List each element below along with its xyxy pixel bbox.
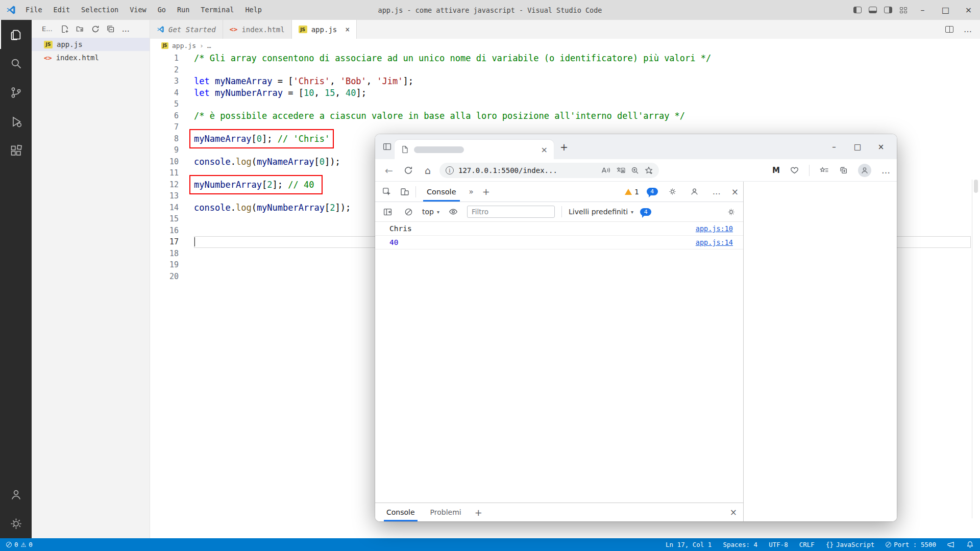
devtools-settings-gear-icon[interactable]	[666, 185, 680, 199]
browser-tab[interactable]: ×	[395, 140, 554, 159]
add-devtools-tab-icon[interactable]: +	[479, 186, 493, 197]
eol-sequence[interactable]: CRLF	[799, 541, 815, 548]
code-line-5[interactable]: 5	[150, 98, 980, 110]
tab-actions-icon[interactable]	[379, 139, 395, 155]
drawer-tab-problemi[interactable]: Problemi	[425, 503, 467, 521]
address-bar[interactable]: i 127.0.0.1:5500/index...	[439, 163, 659, 178]
profile-avatar[interactable]	[858, 164, 871, 177]
live-server-port[interactable]: Port : 5500	[886, 541, 936, 548]
console-source-link[interactable]: app.js:14	[696, 238, 733, 246]
extension-m-icon[interactable]: M	[772, 166, 780, 175]
toggle-sidebar-icon[interactable]	[850, 0, 865, 20]
tab-app-js[interactable]: JS app.js ×	[292, 20, 357, 39]
code-line-4[interactable]: 4let myNumberArray = [10, 15, 40];	[150, 87, 980, 99]
menu-run[interactable]: Run	[172, 0, 195, 20]
activity-extensions-icon[interactable]	[0, 136, 32, 165]
tab-close-icon[interactable]: ×	[345, 25, 350, 34]
back-icon[interactable]: ←	[381, 163, 397, 178]
console-settings-gear-icon[interactable]	[724, 205, 738, 219]
settings-gear-icon[interactable]	[0, 509, 32, 538]
translate-icon[interactable]	[616, 166, 625, 174]
editor-more-icon[interactable]: …	[964, 24, 972, 34]
new-tab-button[interactable]: +	[560, 141, 568, 153]
feedback-person-icon[interactable]	[688, 185, 702, 199]
home-icon[interactable]: ⌂	[420, 163, 435, 178]
code-line-6[interactable]: 6/* è possibile accedere a ciascun valor…	[150, 110, 980, 122]
favorites-icon[interactable]	[820, 166, 829, 174]
console-sidebar-icon[interactable]	[380, 205, 395, 219]
indentation[interactable]: Spaces: 4	[723, 541, 757, 548]
browser-essentials-icon[interactable]	[790, 166, 799, 174]
zoom-icon[interactable]	[631, 166, 639, 174]
notifications-bell-icon[interactable]	[966, 541, 974, 548]
site-info-icon[interactable]: i	[446, 166, 454, 174]
problems-indicator[interactable]: 0 ⚠ 0	[6, 541, 33, 548]
code-line-1[interactable]: 1/* Gli array consentono di associare ad…	[150, 53, 980, 64]
close-button[interactable]: ×	[957, 0, 980, 20]
maximize-button[interactable]: □	[846, 134, 869, 159]
toggle-secondary-sidebar-icon[interactable]	[880, 0, 896, 20]
minimize-button[interactable]: –	[822, 134, 846, 159]
breadcrumb-symbol[interactable]: …	[207, 42, 211, 49]
new-file-icon[interactable]	[61, 25, 69, 33]
accounts-icon[interactable]	[0, 480, 32, 509]
menu-edit[interactable]: Edit	[48, 0, 76, 20]
devtools-tab-console[interactable]: Console	[420, 182, 463, 202]
more-tabs-icon[interactable]: »	[467, 187, 476, 196]
tab-close-icon[interactable]: ×	[541, 145, 548, 155]
activity-run-debug-icon[interactable]	[0, 107, 32, 136]
console-filter-input[interactable]	[467, 206, 555, 218]
devtools-close-icon[interactable]: ×	[731, 187, 739, 197]
customize-layout-icon[interactable]	[896, 0, 911, 20]
refresh-icon[interactable]	[401, 163, 416, 178]
refresh-explorer-icon[interactable]	[91, 25, 100, 33]
menu-help[interactable]: Help	[239, 0, 267, 20]
split-editor-icon[interactable]	[945, 26, 953, 33]
clear-console-icon[interactable]	[401, 205, 415, 219]
log-levels-selector[interactable]: Livelli predefiniti ▾	[569, 208, 633, 216]
levels-messages-badge[interactable]: 4	[640, 208, 651, 216]
code-line-3[interactable]: 3let myNameArray = ['Chris', 'Bob', 'Jim…	[150, 76, 980, 87]
menu-terminal[interactable]: Terminal	[195, 0, 239, 20]
collapse-folders-icon[interactable]	[107, 25, 115, 33]
console-source-link[interactable]: app.js:10	[696, 224, 733, 233]
tab-index-html[interactable]: <> index.html	[223, 20, 292, 39]
warnings-badge[interactable]: 1	[625, 188, 639, 196]
messages-badge[interactable]: 4	[647, 188, 658, 195]
settings-more-icon[interactable]: …	[881, 165, 891, 176]
drawer-close-icon[interactable]: ×	[730, 507, 737, 517]
inspect-element-icon[interactable]	[380, 185, 394, 199]
collections-icon[interactable]	[839, 166, 848, 174]
new-folder-icon[interactable]	[76, 25, 84, 33]
encoding[interactable]: UTF-8	[769, 541, 788, 548]
devtools-more-icon[interactable]: …	[709, 185, 724, 199]
maximize-button[interactable]: □	[934, 0, 957, 20]
activity-source-control-icon[interactable]	[0, 78, 32, 107]
explorer-more-icon[interactable]: …	[122, 27, 130, 32]
toggle-panel-icon[interactable]	[865, 0, 880, 20]
file-item-index-html[interactable]: <> index.html	[32, 51, 150, 64]
code-line-7[interactable]: 7	[150, 121, 980, 133]
tab-get-started[interactable]: Get Started	[150, 20, 223, 39]
menu-view[interactable]: View	[124, 0, 152, 20]
editor-scrollbar-thumb[interactable]	[974, 180, 978, 193]
menu-selection[interactable]: Selection	[76, 0, 124, 20]
code-line-2[interactable]: 2	[150, 64, 980, 76]
add-drawer-tab-icon[interactable]: +	[472, 507, 485, 518]
file-item-app-js[interactable]: JS app.js	[32, 38, 150, 51]
language-mode[interactable]: {} JavaScript	[826, 541, 874, 548]
device-toolbar-icon[interactable]	[398, 185, 412, 199]
add-favorite-star-icon[interactable]	[645, 166, 653, 174]
close-button[interactable]: ×	[869, 134, 893, 159]
menu-go[interactable]: Go	[152, 0, 172, 20]
read-aloud-icon[interactable]	[601, 166, 610, 174]
minimize-button[interactable]: –	[911, 0, 934, 20]
drawer-tab-console[interactable]: Console	[381, 503, 420, 521]
live-expression-eye-icon[interactable]	[446, 205, 460, 219]
activity-explorer-icon[interactable]	[0, 20, 32, 49]
feedback-icon[interactable]	[947, 541, 955, 548]
cursor-position[interactable]: Ln 17, Col 1	[666, 541, 712, 548]
activity-search-icon[interactable]	[0, 49, 32, 78]
menu-file[interactable]: File	[20, 0, 48, 20]
context-selector[interactable]: top ▾	[422, 208, 439, 216]
